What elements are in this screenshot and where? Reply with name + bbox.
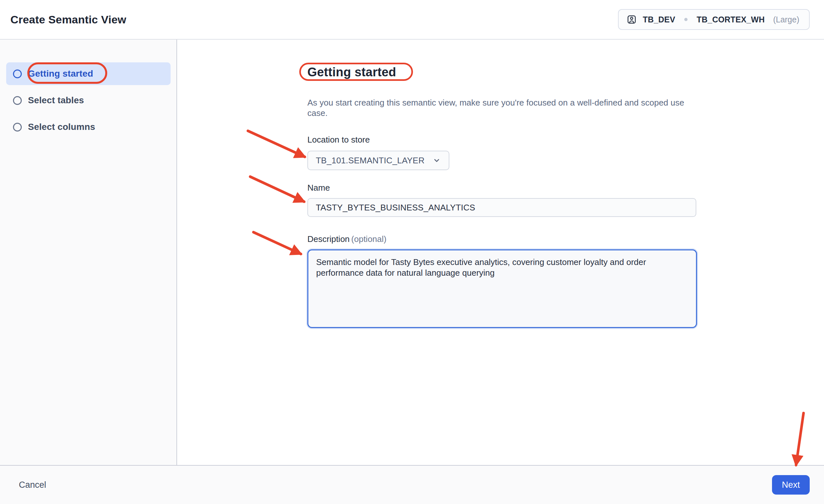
header: Create Semantic View TB_DEV TB_CORTEX_WH… xyxy=(0,0,824,40)
location-dropdown[interactable]: TB_101.SEMANTIC_LAYER xyxy=(307,151,449,170)
context-selector[interactable]: TB_DEV TB_CORTEX_WH (Large) xyxy=(618,9,810,30)
chevron-down-icon xyxy=(432,156,441,165)
main-content: Getting started As you start creating th… xyxy=(177,40,824,465)
section-heading: Getting started xyxy=(307,64,824,80)
role-name: TB_DEV xyxy=(643,15,675,24)
cancel-button[interactable]: Cancel xyxy=(19,480,46,490)
body: Getting started Select tables Select col… xyxy=(0,40,824,465)
description-label-text: Description xyxy=(307,234,349,244)
description-textarea[interactable] xyxy=(307,249,697,328)
next-button[interactable]: Next xyxy=(772,475,810,495)
radio-circle-icon xyxy=(13,96,22,105)
footer: Cancel Next xyxy=(0,465,824,504)
step-getting-started[interactable]: Getting started xyxy=(6,62,171,85)
name-input[interactable] xyxy=(307,198,696,217)
location-label: Location to store xyxy=(307,134,824,145)
step-select-columns[interactable]: Select columns xyxy=(6,116,171,138)
optional-hint: (optional) xyxy=(351,234,386,244)
step-select-tables[interactable]: Select tables xyxy=(6,89,171,112)
warehouse-name: TB_CORTEX_WH xyxy=(697,15,764,24)
step-label: Select tables xyxy=(28,95,84,106)
page-title: Create Semantic View xyxy=(10,13,126,26)
step-label: Select columns xyxy=(28,122,95,132)
description-label: Description(optional) xyxy=(307,234,824,244)
radio-circle-icon xyxy=(13,70,22,78)
create-semantic-view-page: Create Semantic View TB_DEV TB_CORTEX_WH… xyxy=(0,0,824,504)
location-dropdown-value: TB_101.SEMANTIC_LAYER xyxy=(316,155,425,166)
intro-text: As you start creating this semantic view… xyxy=(307,97,694,118)
user-card-icon xyxy=(626,14,637,25)
warehouse-size: (Large) xyxy=(773,15,799,24)
name-label: Name xyxy=(307,182,824,193)
dot-separator-icon xyxy=(684,18,688,21)
steps-sidebar: Getting started Select tables Select col… xyxy=(0,40,177,465)
step-label: Getting started xyxy=(28,69,93,79)
radio-circle-icon xyxy=(13,123,22,132)
